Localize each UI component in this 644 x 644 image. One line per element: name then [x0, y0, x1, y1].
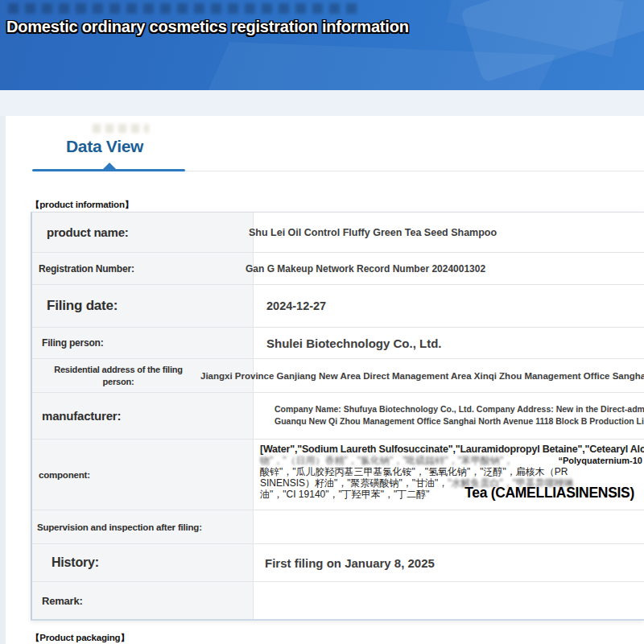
blurred-original-tab-text	[93, 124, 149, 133]
table-row-filing-person: Filing person: Shulei Biotechnology Co.,…	[32, 328, 644, 359]
component-line-4-text: SINENSIS）籽油"，"聚萘磺酸钠"，"甘油"，	[260, 477, 448, 489]
section-product-packaging: 【Product packaging】	[31, 632, 130, 644]
table-row-registration-number: Registration Number: Gan G Makeup Networ…	[32, 253, 644, 285]
component-line-1: [Water","Sodium Laureth Sulfosuccinate",…	[260, 444, 644, 455]
tab-data-view[interactable]: Data View	[66, 137, 143, 156]
component-overlay-tea: Tea (CAMELLIASINENSIS)	[464, 487, 634, 498]
table-row-component: component: [Water","Sodium Laureth Sulfo…	[32, 440, 644, 510]
row-value: [Water","Sodium Laureth Sulfosuccinate",…	[254, 440, 644, 510]
row-label-text: Residential address of the filing person…	[42, 364, 195, 388]
table-row-history: History: First filing on January 8, 2025	[32, 544, 644, 582]
table-row-remark: Remark:	[32, 582, 644, 619]
table-row-supervision: Supervision and inspection after filing:	[32, 510, 644, 544]
row-value	[254, 582, 644, 619]
section-product-information: 【product information】	[31, 199, 134, 211]
row-label: Supervision and inspection after filing:	[32, 510, 254, 543]
tab-bar-divider	[185, 171, 644, 171]
content-card: Data View 【product information】 product …	[6, 116, 644, 644]
blurred-original-title	[8, 3, 362, 14]
manufacturer-line-2: Guanqu New Qi Zhou Management Office San…	[275, 415, 644, 427]
tab-active-triangle-icon	[103, 163, 116, 169]
row-label: History:	[32, 544, 254, 581]
row-label: manufacturer:	[32, 393, 254, 439]
row-label: Filing person:	[32, 328, 254, 358]
table-row-manufacturer: manufacturer: Company Name: Shufuya Biot…	[32, 393, 644, 440]
tab-active-underline	[32, 169, 185, 171]
row-value: 2024-12-27	[254, 285, 644, 327]
row-label: Remark:	[32, 582, 254, 619]
row-label: product name:	[32, 213, 254, 252]
table-row-filing-date: Filing date: 2024-12-27	[32, 285, 644, 328]
row-value: Gan G Makeup Network Record Number 20240…	[246, 253, 644, 284]
row-label: Registration Number:	[32, 253, 254, 284]
row-value: Shu Lei Oil Control Fluffy Green Tea See…	[249, 213, 644, 252]
row-value	[254, 510, 644, 543]
row-value: Company Name: Shufuya Biotechnology Co.,…	[254, 393, 644, 439]
page-header: Domestic ordinary cosmetics registration…	[0, 0, 644, 90]
table-row-product-name: product name: Shu Lei Oil Control Fluffy…	[32, 213, 644, 253]
page-title: Domestic ordinary cosmetics registration…	[6, 18, 409, 36]
table-row-residential-address: Residential address of the filing person…	[32, 359, 644, 393]
header-sub-strip	[0, 90, 644, 116]
row-value: Jiangxi Province Ganjiang New Area Direc…	[200, 359, 644, 392]
manufacturer-line-1: Company Name: Shufuya Biotechnology Co.,…	[275, 403, 644, 415]
row-label: component:	[32, 440, 254, 510]
row-value: First filing on January 8, 2025	[254, 544, 644, 581]
row-label: Filing date:	[32, 285, 254, 327]
component-line-3: 酸锌"，"瓜儿胶羟丙基三甲基氯化铵"，"氢氧化钠"，"泛醇"，扁核木（PR	[260, 466, 644, 477]
component-overlay-polyquaternium: “Polyquaternium-10	[558, 455, 642, 466]
row-value: Shulei Biotechnology Co., Ltd.	[254, 328, 644, 358]
product-info-table: product name: Shu Lei Oil Control Fluffy…	[31, 212, 644, 621]
